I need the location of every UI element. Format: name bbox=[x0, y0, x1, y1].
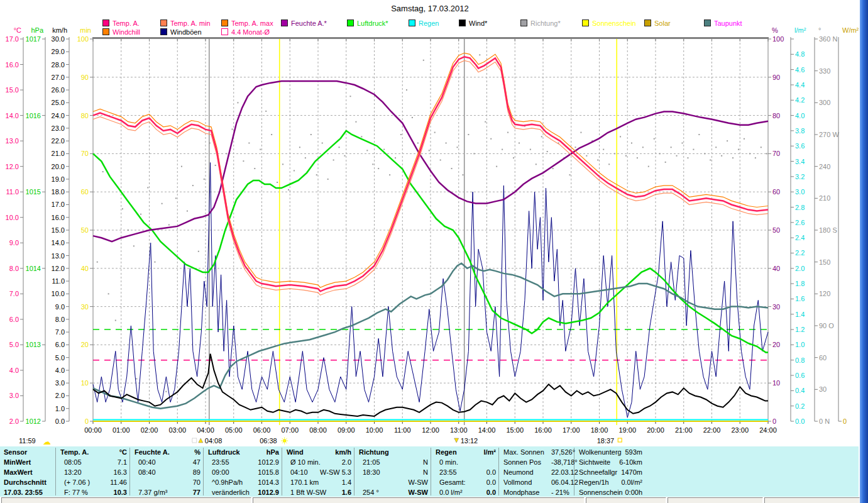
cell-value: 70 bbox=[193, 478, 201, 487]
cell-value: 1.6 bbox=[342, 489, 351, 497]
axis-hPa: 101710161015101410131012hPa bbox=[26, 26, 45, 425]
cell-value: 47 bbox=[193, 458, 201, 467]
cell-value: W-SW bbox=[408, 489, 428, 497]
x-tick-label: 04:00 bbox=[197, 426, 214, 434]
col-unit: °C bbox=[119, 448, 127, 456]
x-tick-label: 01:00 bbox=[113, 426, 130, 434]
x-tick-label: 22:00 bbox=[703, 426, 721, 434]
x-tick-label: 07:00 bbox=[281, 426, 299, 434]
cell-value: 10.3 bbox=[114, 489, 127, 497]
weather-chart-plot[interactable]: 00:0001:0002:0003:0004:0005:0006:0007:00… bbox=[0, 0, 868, 448]
svg-text:10: 10 bbox=[81, 379, 89, 387]
status-bar bbox=[0, 497, 860, 503]
svg-text:4.0: 4.0 bbox=[795, 112, 805, 119]
cell-value: 1012.9 bbox=[258, 489, 279, 497]
row-header: Durchschnitt bbox=[4, 478, 47, 487]
cell-value: 1012.9 bbox=[258, 458, 279, 467]
cell-value: 0.0 bbox=[486, 489, 496, 497]
cell-value: W-SW bbox=[408, 478, 428, 487]
moon-noon-marker: 11:59☁ bbox=[19, 437, 51, 446]
cell-label: 00:40 bbox=[138, 458, 156, 467]
sunset-marker: 18:37 bbox=[597, 437, 622, 445]
cell-label: 04:10 bbox=[290, 468, 308, 477]
col-unit: l/m² bbox=[483, 448, 496, 456]
svg-text:12.0: 12.0 bbox=[52, 265, 65, 272]
row-header: Sensor bbox=[4, 448, 27, 456]
summary-table: SensorMinWertMaxWertDurchschnitt17.03. 2… bbox=[0, 446, 859, 497]
svg-text:☁: ☁ bbox=[43, 437, 51, 446]
column-divider bbox=[55, 448, 56, 495]
x-tick-label: 08:00 bbox=[309, 426, 327, 434]
condition-value: 1470m bbox=[621, 468, 642, 477]
svg-text:16.0: 16.0 bbox=[52, 214, 65, 221]
cell-label: 08:05 bbox=[64, 458, 82, 467]
axis-kmh: 30.029.028.027.026.025.024.023.022.021.0… bbox=[52, 26, 69, 425]
x-tick-label: 23:00 bbox=[731, 426, 749, 434]
svg-text:8.0: 8.0 bbox=[55, 316, 65, 323]
svg-text:6.0: 6.0 bbox=[55, 341, 65, 348]
condition-value: 593m bbox=[625, 448, 642, 456]
col-unit: % bbox=[194, 448, 201, 456]
svg-text:14.0: 14.0 bbox=[52, 239, 65, 246]
svg-text:1.8: 1.8 bbox=[795, 280, 805, 287]
svg-text:16.0: 16.0 bbox=[6, 61, 19, 69]
svg-text:0.4: 0.4 bbox=[795, 387, 805, 394]
axis-min: 1009080706050403020100min bbox=[77, 26, 93, 425]
condition-label: Schneefallgr bbox=[579, 468, 617, 477]
window-border bbox=[860, 0, 868, 503]
status-segment bbox=[586, 497, 666, 503]
cell-label: 7.37 g/m³ bbox=[138, 489, 167, 497]
cell-label: 254 ° bbox=[363, 489, 379, 497]
cell-label: 09:00 bbox=[212, 468, 229, 477]
cell-value: 16.3 bbox=[114, 468, 127, 477]
cell-value: 0.0 bbox=[486, 468, 496, 477]
svg-text:90: 90 bbox=[772, 74, 780, 81]
axis-wm2: 0W/m² bbox=[838, 26, 859, 425]
astro-value: 22.03.12 bbox=[551, 468, 578, 477]
svg-text:3.0: 3.0 bbox=[9, 392, 19, 399]
svg-text:4.0: 4.0 bbox=[55, 367, 65, 374]
astro-label: Mondphase bbox=[503, 489, 540, 497]
astro-value: - 21% bbox=[551, 489, 569, 497]
svg-text:3.6: 3.6 bbox=[795, 142, 805, 150]
svg-text:80: 80 bbox=[81, 112, 89, 119]
svg-text:11.0: 11.0 bbox=[6, 188, 19, 196]
svg-text:60: 60 bbox=[819, 354, 827, 362]
col-header: Feuchte A. bbox=[135, 448, 170, 456]
svg-text:360 N: 360 N bbox=[819, 35, 837, 43]
svg-text:9.0: 9.0 bbox=[55, 303, 65, 311]
cell-label: 0.0 l/m² bbox=[439, 489, 463, 497]
svg-text:28.0: 28.0 bbox=[52, 61, 65, 69]
status-segment bbox=[764, 497, 860, 503]
svg-text:120: 120 bbox=[819, 290, 830, 297]
astro-value: 37,526° bbox=[551, 448, 575, 456]
svg-text:21.0: 21.0 bbox=[52, 150, 65, 157]
svg-text:20.0: 20.0 bbox=[52, 163, 65, 170]
axis-unit-lm2: l/m² bbox=[794, 26, 806, 34]
svg-text:26.0: 26.0 bbox=[52, 86, 65, 94]
x-tick-label: 00:00 bbox=[84, 426, 102, 434]
svg-text:30: 30 bbox=[81, 303, 89, 311]
x-tick-label: 06:00 bbox=[253, 426, 271, 434]
svg-text:50: 50 bbox=[772, 226, 780, 234]
svg-text:330: 330 bbox=[819, 67, 830, 75]
cell-value: 1014.3 bbox=[258, 478, 279, 487]
svg-text:9.0: 9.0 bbox=[9, 239, 19, 246]
cell-label: 18:30 bbox=[363, 468, 380, 477]
cell-value: 0.0 bbox=[486, 478, 496, 487]
svg-text:13:12: 13:12 bbox=[461, 437, 478, 445]
svg-text:60: 60 bbox=[81, 188, 89, 196]
svg-text:30.0: 30.0 bbox=[52, 35, 65, 43]
svg-text:17.0: 17.0 bbox=[6, 35, 19, 43]
svg-text:4.8: 4.8 bbox=[795, 50, 805, 58]
svg-text:11:59: 11:59 bbox=[19, 437, 36, 445]
svg-text:2.6: 2.6 bbox=[795, 219, 805, 226]
svg-text:20: 20 bbox=[81, 341, 89, 348]
x-tick-label: 19:00 bbox=[618, 426, 636, 434]
svg-text:50: 50 bbox=[81, 226, 89, 234]
col-header: Wind bbox=[287, 448, 304, 456]
col-unit: km/h bbox=[335, 448, 351, 456]
svg-text:2.0: 2.0 bbox=[55, 392, 65, 399]
cell-label: 170.1 km bbox=[290, 478, 319, 487]
col-unit: hPa bbox=[266, 448, 279, 456]
